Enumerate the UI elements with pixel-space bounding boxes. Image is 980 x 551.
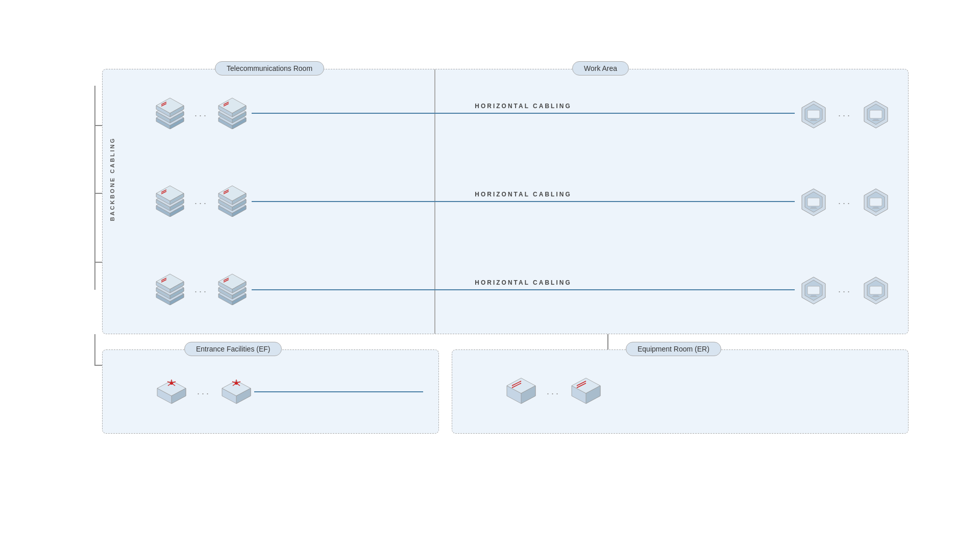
svg-rect-94	[873, 294, 878, 296]
svg-rect-88	[807, 286, 820, 294]
backbone-bottom-v-line	[94, 334, 95, 365]
svg-rect-61	[870, 198, 882, 206]
svg-rect-30	[873, 118, 878, 120]
svg-rect-62	[873, 206, 878, 208]
dots-2b: ...	[838, 196, 852, 207]
workstation-icon-1b	[860, 96, 893, 131]
svg-rect-57	[811, 206, 816, 208]
dots-er-a: ...	[547, 386, 560, 397]
hcable-line-2: HORIZONTAL CABLING	[252, 201, 795, 202]
server-icon-1b	[568, 373, 604, 411]
er-label: Equipment Room (ER)	[626, 342, 721, 356]
hcable-label-1: HORIZONTAL CABLING	[475, 103, 572, 110]
er-panel: Equipment Room (ER) ...	[452, 349, 909, 434]
switch-icon-1a	[154, 96, 187, 131]
switch-icon-2a	[154, 184, 187, 219]
workstation-icon-3b	[860, 272, 893, 307]
workstation-icon-3a	[797, 272, 830, 307]
ef-row: ...	[103, 350, 438, 433]
cable-row-3: ...	[103, 245, 908, 334]
dots-3a: ...	[194, 284, 208, 295]
hcable-line-1: HORIZONTAL CABLING	[252, 113, 795, 114]
switch-icon-3a	[154, 272, 187, 307]
cable-row-2: ...	[103, 158, 908, 246]
switch-icon-3b	[216, 272, 249, 307]
dots-ef-a: ...	[197, 386, 211, 397]
svg-rect-56	[807, 198, 820, 206]
workstation-icon-1a	[797, 96, 830, 131]
switch-icon-1b	[216, 96, 249, 131]
diagram-container: BACKBONE CABLING Telecommunications Room…	[56, 31, 924, 520]
svg-rect-29	[870, 110, 882, 118]
workstation-icon-2b	[860, 184, 893, 219]
svg-point-104	[170, 382, 173, 385]
server-icon-1a	[503, 373, 539, 411]
svg-rect-89	[811, 294, 816, 296]
hcable-line-3: HORIZONTAL CABLING	[252, 289, 795, 290]
workstation-icon-2a	[797, 184, 830, 219]
hcable-label-2: HORIZONTAL CABLING	[475, 191, 572, 198]
backbone-cabling-label: BACKBONE CABLING	[109, 137, 115, 221]
dots-2a: ...	[194, 196, 208, 207]
top-main-panel: Telecommunications Room Work Area	[102, 69, 909, 334]
switch-icon-2b	[216, 184, 249, 219]
ef-panel: Entrance Facilities (EF)	[102, 349, 439, 434]
dots-1a: ...	[194, 108, 208, 119]
ef-label: Entrance Facilities (EF)	[184, 342, 282, 356]
svg-rect-24	[807, 110, 820, 118]
hcable-label-3: HORIZONTAL CABLING	[475, 279, 572, 286]
hub-icon-1b	[218, 373, 254, 411]
dots-1b: ...	[838, 108, 852, 119]
svg-rect-25	[811, 118, 816, 120]
svg-point-113	[235, 382, 238, 385]
dots-3b: ...	[838, 284, 852, 295]
er-row: ...	[452, 350, 908, 433]
svg-rect-93	[870, 286, 882, 294]
backbone-vertical-line	[94, 86, 95, 290]
hub-icon-1a	[154, 373, 189, 411]
ef-to-er-cable	[254, 391, 423, 392]
cable-row-1: ...	[103, 69, 908, 158]
